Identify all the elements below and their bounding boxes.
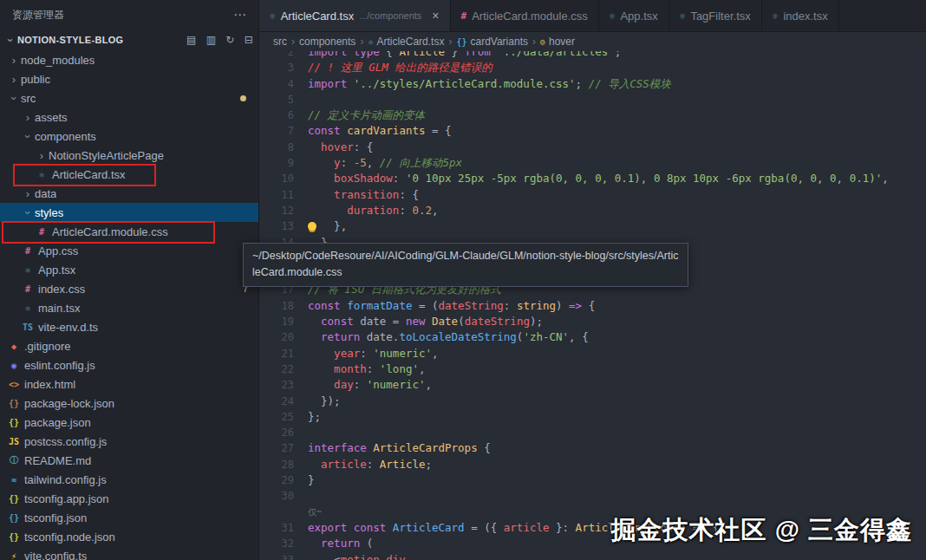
code-line[interactable]: 22 month: 'long', (259, 361, 926, 377)
tree-item-vite.config.ts[interactable]: ⚡vite.config.ts (0, 546, 258, 560)
tree-item-NotionStyleArticlePage[interactable]: ›NotionStyleArticlePage (0, 146, 258, 165)
tree-item-node_modules[interactable]: ›node_modules (0, 50, 258, 69)
tree-item-data[interactable]: ›data (0, 184, 258, 203)
code-line[interactable]: 5 (259, 92, 926, 107)
symbol-variable-icon: {} (456, 37, 466, 47)
chevron-down-icon: › (22, 205, 35, 219)
tree-item-label: tsconfig.json (24, 511, 87, 524)
tree-item-tsconfig.app.json[interactable]: {}tsconfig.app.json (0, 489, 258, 508)
tree-item-tsconfig.node.json[interactable]: {}tsconfig.node.json (0, 527, 258, 546)
json-file-icon: {} (7, 494, 21, 504)
breadcrumb-item-src[interactable]: src (273, 36, 287, 48)
tree-item-eslint.config.js[interactable]: ◉eslint.config.js (0, 355, 258, 374)
tree-item-ArticleCard.module.css[interactable]: #ArticleCard.module.css (0, 222, 258, 241)
line-number: 25 (259, 409, 294, 425)
tab-ArticleCard.tsx[interactable]: ⚛ArticleCard.tsx.../components× (259, 0, 451, 31)
tree-item-tailwind.config.js[interactable]: ≈tailwind.config.js (0, 470, 258, 489)
project-name: NOTION-STYLE-BLOG (17, 35, 123, 45)
project-root-row[interactable]: › NOTION-STYLE-BLOG ▤▥↻⊟ (0, 29, 258, 50)
code-line[interactable]: 28 article: Article; (259, 457, 926, 472)
tree-item-styles[interactable]: ›styles (0, 203, 258, 222)
code-line[interactable]: 19 const date = new Date(dateString); (259, 314, 926, 329)
code-line[interactable]: 21 year: 'numeric', (259, 346, 926, 361)
close-icon[interactable]: × (432, 9, 439, 23)
code-line[interactable]: 8 hover: { (259, 140, 926, 155)
breadcrumb-item-hover[interactable]: ⚙hover (540, 36, 575, 48)
tab-bar: ⚛ArticleCard.tsx.../components×#ArticleC… (259, 0, 926, 32)
tree-item-.gitignore[interactable]: ◆.gitignore (0, 336, 258, 355)
code-line[interactable]: 11 transition: { (259, 187, 926, 203)
tree-item-label: node_modules (21, 54, 95, 67)
tree-item-components[interactable]: ›components (0, 127, 258, 146)
tree-item-package-lock.json[interactable]: {}package-lock.json (0, 394, 258, 413)
tree-item-tsconfig.json[interactable]: {}tsconfig.json (0, 508, 258, 527)
line-number: 18 (259, 298, 294, 314)
code-text: article: Article; (294, 457, 432, 472)
code-editor[interactable]: 2import type { Article } from '../data/a… (259, 51, 926, 560)
code-line[interactable]: 7const cardVariants = { (259, 123, 926, 139)
code-line[interactable]: 27interface ArticleCardProps { (259, 440, 926, 456)
breadcrumb-item-ArticleCard.tsx[interactable]: ⚛ArticleCard.tsx (368, 36, 444, 48)
tab-ArticleCard.module.css[interactable]: #ArticleCard.module.css (451, 0, 599, 31)
code-line[interactable]: 10 boxShadow: '0 10px 25px -5px rgba(0, … (259, 171, 926, 186)
tree-item-label: .gitignore (24, 340, 70, 353)
new-file-icon[interactable]: ▤ (186, 34, 197, 46)
tree-item-index.html[interactable]: <>index.html (0, 374, 258, 394)
tab-TagFilter.tsx[interactable]: ⚛TagFilter.tsx (669, 0, 762, 31)
tree-item-README.md[interactable]: ⓘREADME.md (0, 451, 258, 470)
collapse-all-icon[interactable]: ⊟ (245, 34, 253, 46)
tree-item-src[interactable]: ›src (0, 88, 258, 107)
code-line[interactable]: 29} (259, 472, 926, 488)
tab-index.tsx[interactable]: ⚛index.tsx (762, 0, 839, 31)
code-line[interactable]: 20 return date.toLocaleDateString('zh-CN… (259, 329, 926, 345)
tree-item-label: vite-env.d.ts (38, 321, 98, 334)
line-number: 9 (259, 155, 294, 171)
tree-item-App.tsx[interactable]: ⚛App.tsx (0, 260, 258, 279)
code-line[interactable]: 2import type { Article } from '../data/a… (259, 51, 926, 60)
tree-item-App.css[interactable]: #App.css (0, 241, 258, 260)
tree-item-label: src (21, 92, 36, 105)
code-line[interactable]: 23 day: 'numeric', (259, 377, 926, 393)
tree-item-label: tsconfig.node.json (24, 531, 115, 544)
tree-item-label: main.tsx (38, 302, 80, 315)
tree-item-assets[interactable]: ›assets (0, 107, 258, 127)
refresh-icon[interactable]: ↻ (225, 34, 234, 46)
tree-item-index.css[interactable]: #index.css7 (0, 279, 258, 298)
new-folder-icon[interactable]: ▥ (206, 34, 217, 46)
code-line[interactable]: 6// 定义卡片动画的变体 (259, 107, 926, 123)
breadcrumb-item-cardVariants[interactable]: {}cardVariants (456, 36, 528, 48)
code-line[interactable]: 3// ! 这里 GLM 给出的路径是错误的 (259, 60, 926, 75)
breadcrumb-item-components[interactable]: components (299, 36, 355, 48)
react-icon: ⚛ (368, 37, 373, 47)
code-line[interactable]: 30 (259, 488, 926, 504)
code-line[interactable]: 13 }, (259, 218, 926, 234)
breadcrumb-label: cardVariants (470, 36, 527, 48)
tree-item-vite-env.d.ts[interactable]: TSvite-env.d.ts (0, 317, 258, 336)
tree-item-label: postcss.config.js (24, 435, 107, 448)
tree-item-postcss.config.js[interactable]: JSpostcss.config.js (0, 432, 258, 451)
tree-item-package.json[interactable]: {}package.json (0, 413, 258, 432)
tree-item-label: index.html (24, 378, 75, 391)
code-text: year: 'numeric', (294, 346, 439, 361)
tree-item-public[interactable]: ›public (0, 69, 258, 88)
json-file-icon: {} (7, 418, 21, 427)
tab-App.tsx[interactable]: ⚛App.tsx (599, 0, 669, 31)
code-line[interactable]: 24 }); (259, 394, 926, 409)
code-line[interactable]: 9 y: -5, // 向上移动5px (259, 155, 926, 171)
code-line[interactable]: 18const formatDate = (dateString: string… (259, 298, 926, 314)
code-line[interactable]: 26 (259, 425, 926, 440)
tree-item-ArticleCard.tsx[interactable]: ⚛ArticleCard.tsx (0, 165, 258, 184)
code-line[interactable]: 12 duration: 0.2, (259, 203, 926, 218)
breadcrumb-separator: › (532, 36, 536, 48)
tree-item-main.tsx[interactable]: ⚛main.tsx (0, 298, 258, 317)
code-text: // 定义卡片动画的变体 (294, 107, 425, 123)
code-line[interactable]: 25}; (259, 409, 926, 425)
tree-item-label: tsconfig.app.json (24, 492, 109, 505)
code-line[interactable]: 4import '../styles/ArticleCard.module.cs… (259, 76, 926, 92)
js-file-icon: JS (7, 437, 21, 446)
watermark: 掘金技术社区 @ 三金得鑫 (611, 513, 912, 548)
tree-item-label: eslint.config.js (24, 359, 95, 372)
code-area: 2import type { Article } from '../data/a… (259, 51, 926, 560)
code-line[interactable]: 33 <motion.div (259, 552, 926, 560)
more-actions-icon[interactable]: ⋯ (233, 7, 246, 23)
